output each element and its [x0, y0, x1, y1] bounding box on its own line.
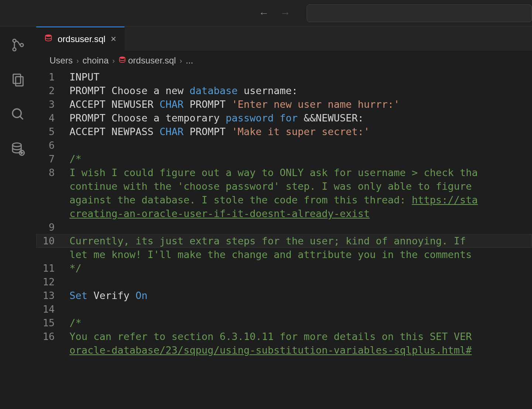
svg-rect-4	[16, 77, 23, 86]
line-number: 1	[36, 70, 55, 84]
line-number: 3	[36, 97, 55, 111]
editor-area: ordsuser.sql × Users › choina › ordsuser…	[36, 27, 532, 409]
line-number	[36, 179, 55, 193]
line-number: 11	[36, 261, 55, 275]
command-center-search[interactable]	[307, 4, 532, 22]
line-number: 2	[36, 84, 55, 97]
code-editor[interactable]: 1 2 3 4 5 6 7 8 9 10 11 12 13 14 15 16 I…	[36, 70, 532, 409]
nav-arrows: ← →	[259, 7, 290, 19]
line-number: 12	[36, 275, 55, 289]
close-icon[interactable]: ×	[110, 33, 116, 45]
line-number: 4	[36, 111, 55, 125]
line-number: 13	[36, 289, 55, 302]
explorer-icon[interactable]	[10, 72, 26, 88]
line-number: 14	[36, 302, 55, 316]
main: ordsuser.sql × Users › choina › ordsuser…	[0, 27, 532, 409]
breadcrumb-seg[interactable]: choina	[82, 55, 109, 66]
breadcrumb-seg[interactable]: ordsuser.sql	[128, 55, 176, 66]
line-number: 16	[36, 330, 55, 343]
tab-label: ordsuser.sql	[58, 34, 105, 44]
line-number: 15	[36, 316, 55, 330]
svg-rect-3	[13, 74, 21, 83]
line-gutter: 1 2 3 4 5 6 7 8 9 10 11 12 13 14 15 16	[36, 70, 69, 409]
svg-point-6	[13, 143, 21, 147]
tab-ordsuser[interactable]: ordsuser.sql ×	[36, 27, 125, 51]
source-control-icon[interactable]	[10, 37, 26, 53]
chevron-right-icon: ›	[178, 56, 184, 65]
line-number: 7	[36, 152, 55, 166]
svg-point-1	[13, 48, 16, 51]
database-file-icon	[119, 55, 126, 66]
breadcrumb-seg[interactable]: ...	[186, 55, 193, 66]
svg-point-9	[119, 56, 125, 59]
line-number	[36, 193, 55, 207]
nav-forward-icon: →	[280, 7, 290, 19]
database-run-icon[interactable]	[10, 141, 26, 157]
chevron-right-icon: ›	[111, 56, 116, 65]
svg-point-8	[45, 34, 52, 37]
svg-point-0	[13, 39, 16, 42]
line-number: 6	[36, 138, 55, 152]
line-number: 8	[36, 166, 55, 179]
breadcrumb[interactable]: Users › choina › ordsuser.sql › ...	[36, 51, 532, 70]
code-content[interactable]: INPUTPROMPT Choose a new database userna…	[69, 70, 532, 409]
line-number	[36, 343, 55, 357]
line-number: 10	[36, 234, 55, 248]
line-number: 9	[36, 220, 55, 234]
search-icon[interactable]	[10, 106, 26, 123]
database-file-icon	[44, 34, 52, 44]
svg-point-5	[13, 109, 21, 117]
breadcrumb-seg[interactable]: Users	[50, 55, 73, 66]
chevron-right-icon: ›	[75, 56, 81, 65]
svg-point-2	[20, 44, 23, 47]
line-number	[36, 248, 55, 261]
titlebar: ← →	[0, 0, 532, 27]
tab-bar: ordsuser.sql ×	[36, 27, 532, 51]
line-number: 5	[36, 125, 55, 138]
activity-bar	[0, 27, 36, 409]
nav-back-icon[interactable]: ←	[259, 7, 269, 19]
line-number	[36, 207, 55, 220]
